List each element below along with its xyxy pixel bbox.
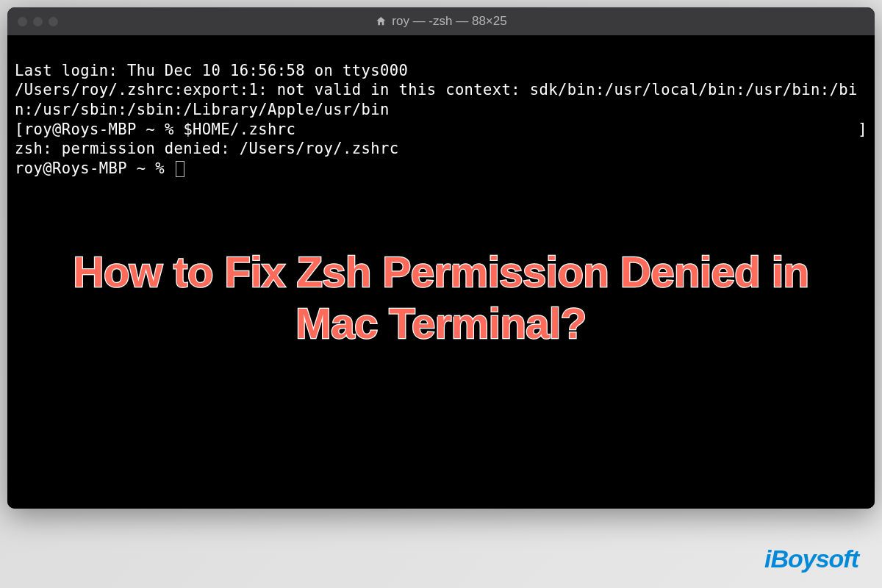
prompt: roy@Roys-MBP ~ % <box>24 121 184 138</box>
window-titlebar[interactable]: roy — -zsh — 88×25 <box>7 7 875 35</box>
terminal-line-cmd: [roy@Roys-MBP ~ % $HOME/.zshrc] <box>15 120 867 140</box>
brand-prefix: i <box>764 545 770 573</box>
minimize-window-button[interactable] <box>33 17 43 26</box>
cursor-icon <box>176 161 184 177</box>
terminal-line-login: Last login: Thu Dec 10 16:56:58 on ttys0… <box>15 61 867 81</box>
window-title: roy — -zsh — 88×25 <box>375 14 506 29</box>
fullscreen-window-button[interactable] <box>49 17 58 26</box>
article-headline: How to Fix Zsh Permission Denied in Mac … <box>44 246 838 348</box>
brand-logo: iBoysoft <box>764 545 858 573</box>
window-title-text: roy — -zsh — 88×25 <box>392 14 506 29</box>
brand-name: Boysoft <box>770 545 858 573</box>
traffic-lights <box>7 17 58 26</box>
close-window-button[interactable] <box>18 17 27 26</box>
prompt: roy@Roys-MBP ~ % <box>15 159 174 177</box>
terminal-line-prompt: roy@Roys-MBP ~ % <box>15 159 867 179</box>
home-icon <box>375 15 387 27</box>
command-text: $HOME/.zshrc <box>183 121 295 138</box>
terminal-line-error: /Users/roy/.zshrc:export:1: not valid in… <box>15 80 867 119</box>
terminal-line-denied: zsh: permission denied: /Users/roy/.zshr… <box>15 139 867 159</box>
